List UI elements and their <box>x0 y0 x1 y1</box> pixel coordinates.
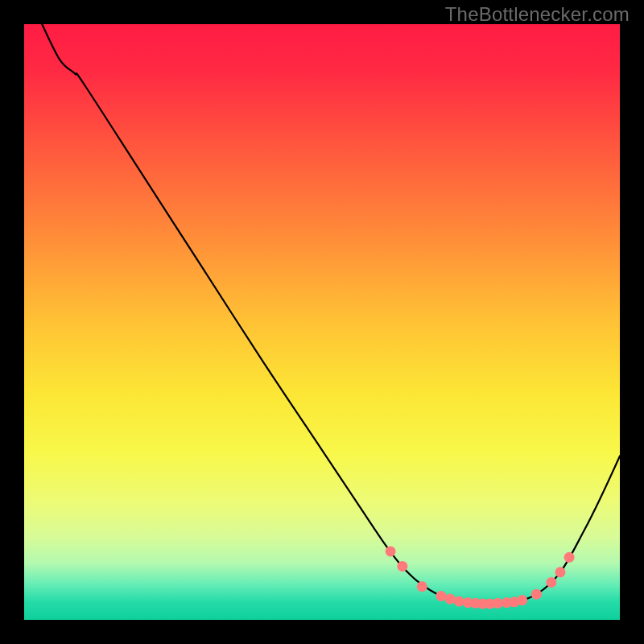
curve-marker <box>417 581 427 592</box>
curve-marker <box>436 591 447 601</box>
curve-marker <box>386 546 396 556</box>
chart-frame: TheBottlenecker.com <box>0 0 644 644</box>
curve-marker <box>517 595 527 605</box>
curve-marker <box>555 567 566 577</box>
bottleneck-curve-chart <box>24 24 620 620</box>
curve-marker <box>564 552 575 563</box>
curve-marker <box>454 597 464 607</box>
curve-marker <box>493 598 503 609</box>
watermark-text: TheBottlenecker.com <box>445 3 630 26</box>
curve-marker <box>445 594 456 605</box>
plot-area <box>24 24 620 620</box>
curve-marker <box>531 589 542 600</box>
curve-marker <box>546 577 556 588</box>
gradient-background <box>24 24 620 620</box>
curve-marker <box>397 561 407 572</box>
